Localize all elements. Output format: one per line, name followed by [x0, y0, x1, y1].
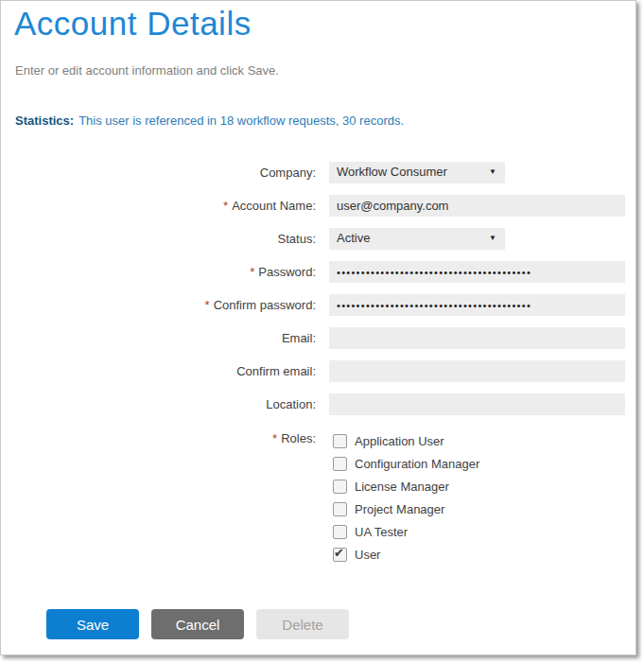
- location-input[interactable]: [329, 393, 625, 415]
- checkmark-icon: ✔: [334, 546, 344, 560]
- role-option-project-manager: Project Manager: [333, 497, 479, 520]
- save-button[interactable]: Save: [46, 609, 139, 639]
- statistics-label: Statistics:: [15, 113, 74, 128]
- email-input[interactable]: [329, 327, 625, 349]
- confirm-email-input[interactable]: [329, 360, 625, 382]
- checkbox-license-manager[interactable]: [333, 480, 347, 494]
- email-label: Email:: [1, 331, 323, 345]
- account-details-panel: Account Details Enter or edit account in…: [0, 0, 636, 655]
- confirm-email-label: Confirm email:: [1, 364, 323, 378]
- cancel-button[interactable]: Cancel: [151, 609, 244, 639]
- company-select[interactable]: Workflow Consumer ▼: [329, 162, 505, 183]
- status-select-value: Active: [337, 231, 370, 245]
- account-name-label: *Account Name:: [1, 199, 323, 213]
- status-select[interactable]: Active ▼: [329, 228, 505, 250]
- checkbox-project-manager[interactable]: [333, 502, 347, 516]
- role-option-ua-tester: UA Tester: [333, 520, 479, 543]
- statistics-text: This user is referenced in 18 workflow r…: [78, 113, 404, 128]
- location-label: Location:: [1, 397, 323, 411]
- required-marker: *: [272, 431, 277, 445]
- form-row-confirm-email: Confirm email:: [1, 360, 637, 382]
- form-row-password: *Password:: [1, 261, 637, 283]
- role-option-license-manager: License Manager: [333, 475, 479, 497]
- status-label: Status:: [1, 232, 323, 246]
- roles-label: *Roles:: [1, 429, 323, 566]
- form-row-account-name: *Account Name:: [1, 195, 637, 217]
- delete-button[interactable]: Delete: [256, 609, 349, 639]
- form-row-confirm-password: *Confirm password:: [1, 294, 637, 316]
- statistics-line: Statistics:This user is referenced in 18…: [15, 113, 404, 128]
- required-marker: *: [223, 199, 228, 213]
- required-marker: *: [205, 298, 210, 312]
- form-row-roles: *Roles: Application User Configuration M…: [1, 429, 637, 566]
- checkbox-ua-tester[interactable]: [333, 525, 347, 539]
- dropdown-arrow-icon: ▼: [489, 167, 496, 176]
- role-option-application-user: Application User: [333, 429, 479, 452]
- form-row-location: Location:: [1, 393, 637, 415]
- password-label: *Password:: [1, 265, 323, 279]
- company-label: Company:: [1, 166, 323, 180]
- form-row-email: Email:: [1, 327, 637, 349]
- confirm-password-input[interactable]: [329, 294, 625, 316]
- page-subtitle: Enter or edit account information and cl…: [15, 63, 279, 78]
- account-form: Company: Workflow Consumer ▼ *Account Na…: [1, 162, 637, 566]
- account-name-input[interactable]: [329, 195, 625, 217]
- form-row-company: Company: Workflow Consumer ▼: [1, 162, 637, 183]
- role-option-user: ✔ User: [333, 543, 479, 566]
- password-input[interactable]: [329, 261, 625, 283]
- checkbox-configuration-manager[interactable]: [333, 457, 347, 471]
- checkbox-application-user[interactable]: [333, 434, 347, 448]
- page-title: Account Details: [14, 5, 252, 43]
- role-option-configuration-manager: Configuration Manager: [333, 452, 479, 475]
- checkbox-user[interactable]: ✔: [333, 548, 347, 562]
- roles-list: Application User Configuration Manager L…: [333, 429, 479, 566]
- company-select-value: Workflow Consumer: [337, 165, 447, 179]
- required-marker: *: [250, 265, 254, 279]
- button-bar: Save Cancel Delete: [46, 609, 361, 639]
- form-row-status: Status: Active ▼: [1, 228, 637, 250]
- confirm-password-label: *Confirm password:: [1, 298, 323, 312]
- dropdown-arrow-icon: ▼: [489, 234, 496, 242]
